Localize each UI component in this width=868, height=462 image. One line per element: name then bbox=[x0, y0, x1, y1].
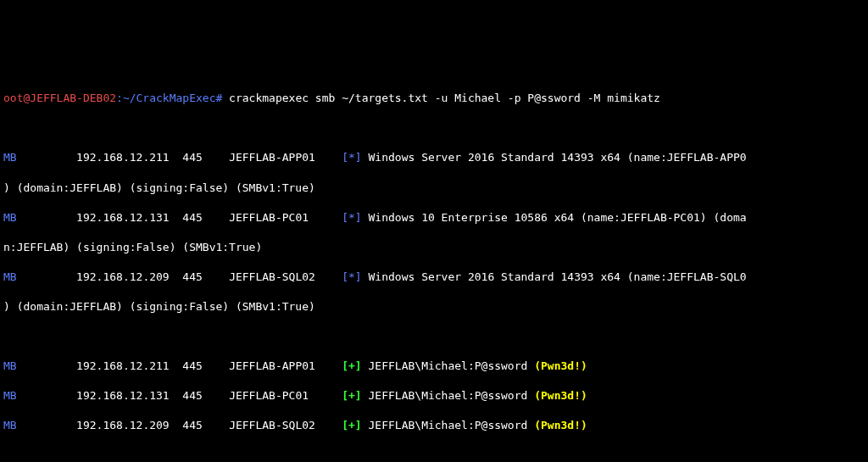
prompt-user-host: oot@JEFFLAB-DEB02 bbox=[3, 92, 116, 104]
pwned-badge: (Pwn3d!) bbox=[534, 359, 587, 372]
prompt-command: crackmapexec smb ~/targets.txt -u Michae… bbox=[222, 92, 660, 104]
smb-port: 445 bbox=[182, 151, 202, 164]
smb-msg: Windows 10 Enterprise 10586 x64 (name:JE… bbox=[362, 211, 747, 224]
smb-host: JEFFLAB-APP01 bbox=[229, 151, 315, 164]
smb-msg: Windows Server 2016 Standard 14393 x64 (… bbox=[362, 151, 747, 164]
pwned-badge: (Pwn3d!) bbox=[534, 389, 587, 402]
pwned-badge: (Pwn3d!) bbox=[534, 419, 587, 431]
pwn-row: MB 192.168.12.211 445 JEFFLAB-APP01 [+] … bbox=[3, 359, 868, 374]
plus-icon: [+] bbox=[342, 359, 361, 372]
smb-ip: 192.168.12.211 bbox=[76, 151, 170, 164]
smb-ip: 192.168.12.131 bbox=[76, 211, 170, 224]
smb-row: MB 192.168.12.131 445 JEFFLAB-PC01 [*] W… bbox=[3, 210, 868, 225]
smb-row-wrap: ) (domain:JEFFLAB) (signing:False) (SMBv… bbox=[3, 299, 868, 314]
plus-icon: [+] bbox=[342, 389, 361, 402]
pwn-row: MB 192.168.12.131 445 JEFFLAB-PC01 [+] J… bbox=[3, 388, 868, 404]
prompt-path: :~/CrackMapExec# bbox=[116, 92, 222, 104]
prompt-line: oot@JEFFLAB-DEB02:~/CrackMapExec# crackm… bbox=[3, 91, 868, 106]
smb-tag: MB bbox=[3, 389, 17, 402]
smb-host: JEFFLAB-SQL02 bbox=[229, 270, 315, 283]
pwn-row: MB 192.168.12.209 445 JEFFLAB-SQL02 [+] … bbox=[3, 418, 868, 433]
smb-tag: MB bbox=[3, 211, 17, 224]
smb-row: MB 192.168.12.209 445 JEFFLAB-SQL02 [*] … bbox=[3, 270, 868, 285]
smb-ip: 192.168.12.209 bbox=[76, 270, 170, 283]
smb-tag: MB bbox=[3, 359, 17, 372]
smb-row-wrap: ) (domain:JEFFLAB) (signing:False) (SMBv… bbox=[3, 181, 868, 196]
smb-msg: Windows Server 2016 Standard 14393 x64 (… bbox=[362, 270, 747, 283]
smb-tag: MB bbox=[3, 151, 17, 164]
info-icon: [*] bbox=[342, 151, 361, 164]
smb-row: MB 192.168.12.211 445 JEFFLAB-APP01 [*] … bbox=[3, 150, 868, 165]
smb-host: JEFFLAB-PC01 bbox=[229, 211, 309, 224]
info-icon: [*] bbox=[342, 211, 361, 224]
info-icon: [*] bbox=[342, 270, 361, 283]
plus-icon: [+] bbox=[342, 419, 361, 431]
smb-port: 445 bbox=[182, 270, 202, 283]
terminal-output: oot@JEFFLAB-DEB02:~/CrackMapExec# crackm… bbox=[3, 61, 868, 462]
smb-tag: MB bbox=[3, 270, 17, 283]
smb-port: 445 bbox=[182, 211, 202, 224]
smb-row-wrap: n:JEFFLAB) (signing:False) (SMBv1:True) bbox=[3, 240, 868, 255]
smb-tag: MB bbox=[3, 419, 17, 431]
